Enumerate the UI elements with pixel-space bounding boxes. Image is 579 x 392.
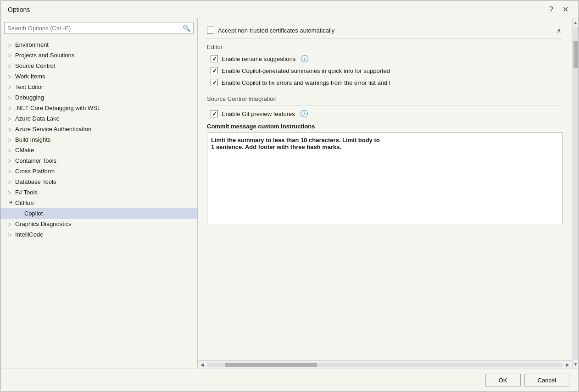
tree-label-container-tools: Container Tools [15, 157, 56, 164]
tree-label-azure-data-lake: Azure Data Lake [15, 115, 60, 122]
tree-label-github: GitHub [15, 199, 33, 206]
source-control-section: Source Control Integration Enable Git pr… [207, 95, 563, 226]
accept-cert-label: Accept non-trusted certificates automati… [218, 27, 334, 34]
editor-checkbox-row-1: Enable Copilot-generated summaries in qu… [207, 65, 563, 76]
source-control-heading: Source Control Integration [207, 95, 563, 105]
tree-arrow-github: ▼ [8, 200, 13, 206]
tree-label-copilot: Copilot [24, 210, 43, 217]
tree-label-text-editor: Text Editor [15, 83, 43, 90]
right-scroll-area[interactable]: Accept non-trusted certificates automati… [198, 18, 572, 360]
tree-item-github[interactable]: ▼GitHub [0, 198, 197, 208]
tree-item-debugging[interactable]: ▷Debugging [0, 92, 197, 103]
scroll-thumb[interactable] [573, 41, 578, 68]
tree-container[interactable]: ▷Environment▷Projects and Solutions▷Sour… [0, 38, 197, 369]
accept-cert-checkbox[interactable] [207, 27, 214, 34]
info-icon-0[interactable]: i [301, 55, 308, 62]
bottom-scrollbar[interactable]: ◀ ▶ [198, 360, 572, 369]
left-panel: 🔍 ▷Environment▷Projects and Solutions▷So… [0, 18, 198, 369]
tree-arrow-fsharp-tools: ▷ [8, 190, 13, 195]
tree-label-debugging: Debugging [15, 94, 44, 101]
tree-label-database-tools: Database Tools [15, 178, 56, 185]
tree-item-graphics-diagnostics[interactable]: ▷Graphics Diagnostics [0, 219, 197, 229]
tree-arrow-cmake: ▷ [8, 148, 13, 153]
tree-arrow-projects-solutions: ▷ [8, 53, 13, 58]
section-collapse-btn[interactable]: ∧ [555, 27, 563, 34]
tree-item-build-insights[interactable]: ▷Build Insights [0, 134, 197, 145]
tree-arrow-net-core-debugging: ▷ [8, 105, 13, 110]
right-panel-inner: Accept non-trusted certificates automati… [198, 18, 572, 369]
commit-textarea[interactable] [207, 133, 563, 224]
commit-label: Commit message custom instructions [207, 123, 563, 130]
tree-item-projects-solutions[interactable]: ▷Projects and Solutions [0, 50, 197, 61]
options-dialog: Options ? ✕ 🔍 ▷Environment▷Projects and … [0, 0, 579, 392]
tree-item-intellicode[interactable]: ▷IntelliCode [0, 229, 197, 240]
main-content: 🔍 ▷Environment▷Projects and Solutions▷So… [0, 18, 579, 369]
editor-checkbox-row-2: Enable Copilot to fix errors and warning… [207, 77, 563, 88]
editor-checkbox-label-0: Enable rename suggestions [222, 55, 295, 62]
sc-checkbox-row-0: Enable Git preview featuresi [207, 108, 563, 119]
editor-checkbox-0[interactable] [211, 55, 218, 62]
tree-label-graphics-diagnostics: Graphics Diagnostics [15, 221, 72, 227]
search-input[interactable] [7, 25, 183, 32]
tree-label-intellicode: IntelliCode [15, 231, 43, 238]
tree-arrow-database-tools: ▷ [8, 179, 13, 184]
tree-label-cmake: CMake [15, 147, 34, 154]
cancel-button[interactable]: Cancel [524, 374, 569, 387]
editor-checkbox-row-0: Enable rename suggestionsi [207, 53, 563, 64]
tree-arrow-work-items: ▷ [8, 74, 13, 79]
tree-item-copilot[interactable]: Copilot [0, 208, 197, 219]
search-box[interactable]: 🔍 [4, 22, 194, 34]
tree-item-fsharp-tools[interactable]: ▷F# Tools [0, 187, 197, 198]
title-bar-controls: ? ✕ [546, 5, 571, 14]
top-row-label: Accept non-trusted certificates automati… [207, 27, 555, 34]
tree-item-azure-service-auth[interactable]: ▷Azure Service Authentication [0, 124, 197, 134]
sc-checkbox-label-0: Enable Git preview features [222, 110, 295, 117]
right-vertical-scrollbar[interactable]: ▲ ▼ [572, 18, 579, 369]
tree-item-cross-platform[interactable]: ▷Cross Platform [0, 166, 197, 177]
tree-arrow-build-insights: ▷ [8, 137, 13, 142]
scroll-up-arrow[interactable]: ▲ [573, 19, 579, 26]
tree-item-text-editor[interactable]: ▷Text Editor [0, 82, 197, 92]
title-bar: Options ? ✕ [0, 0, 579, 18]
tree-label-azure-service-auth: Azure Service Authentication [15, 126, 91, 133]
sc-checkbox-0[interactable] [211, 110, 218, 117]
tree-arrow-text-editor: ▷ [8, 84, 13, 89]
ok-button[interactable]: OK [485, 374, 521, 387]
sc-info-icon-0[interactable]: i [301, 110, 308, 117]
tree-label-net-core-debugging: .NET Core Debugging with WSL [15, 105, 100, 111]
editor-section: Editor Enable rename suggestionsiEnable … [207, 44, 563, 88]
scroll-left-arrow[interactable]: ◀ [199, 361, 206, 368]
tree-item-database-tools[interactable]: ▷Database Tools [0, 177, 197, 187]
tree-arrow-source-control: ▷ [8, 63, 13, 68]
dialog-title: Options [8, 6, 30, 13]
h-scroll-track[interactable] [207, 363, 563, 367]
close-button[interactable]: ✕ [560, 5, 571, 14]
tree-arrow-graphics-diagnostics: ▷ [8, 221, 13, 226]
tree-item-source-control[interactable]: ▷Source Control [0, 61, 197, 71]
tree-arrow-container-tools: ▷ [8, 158, 13, 163]
tree-item-cmake[interactable]: ▷CMake [0, 145, 197, 155]
right-panel-content: Accept non-trusted certificates automati… [198, 18, 579, 369]
tree-item-net-core-debugging[interactable]: ▷.NET Core Debugging with WSL [0, 103, 197, 113]
tree-label-cross-platform: Cross Platform [15, 168, 55, 175]
editor-heading: Editor [207, 44, 563, 50]
editor-checkbox-label-1: Enable Copilot-generated summaries in qu… [222, 67, 390, 74]
scroll-down-arrow[interactable]: ▼ [573, 361, 579, 368]
scroll-right-arrow[interactable]: ▶ [564, 361, 571, 368]
footer: OK Cancel [0, 369, 579, 392]
editor-checkbox-1[interactable] [211, 67, 218, 74]
help-button[interactable]: ? [546, 5, 556, 14]
tree-label-environment: Environment [15, 41, 49, 48]
tree-arrow-azure-service-auth: ▷ [8, 127, 13, 132]
scroll-track[interactable] [573, 27, 578, 360]
search-icon: 🔍 [183, 24, 190, 32]
tree-item-container-tools[interactable]: ▷Container Tools [0, 155, 197, 166]
editor-checkbox-2[interactable] [211, 79, 218, 86]
tree-item-azure-data-lake[interactable]: ▷Azure Data Lake [0, 113, 197, 124]
h-scroll-thumb[interactable] [225, 363, 317, 367]
tree-item-work-items[interactable]: ▷Work Items [0, 71, 197, 82]
tree-arrow-environment: ▷ [8, 42, 13, 47]
tree-item-environment[interactable]: ▷Environment [0, 39, 197, 50]
tree-label-source-control: Source Control [15, 62, 55, 69]
tree-label-fsharp-tools: F# Tools [15, 189, 38, 196]
